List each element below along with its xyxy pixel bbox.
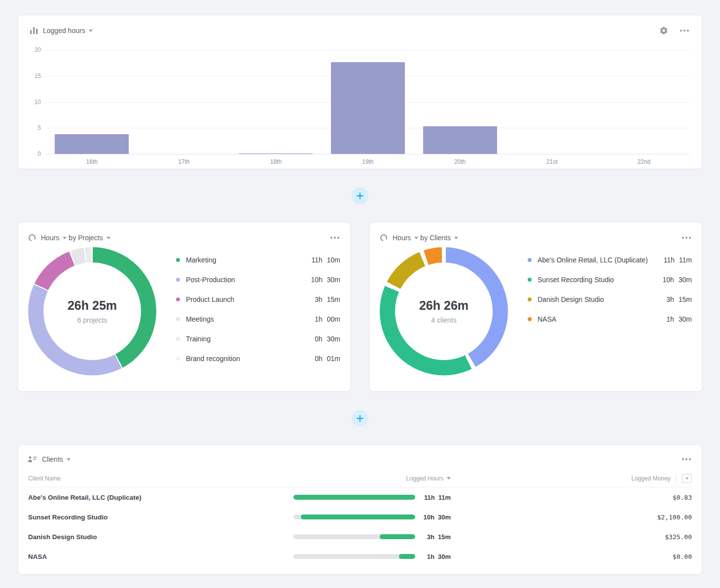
bar-18th[interactable] [239, 153, 313, 154]
hours-progress-track [293, 554, 415, 559]
clients-donut-body: 26h 26m 4 clients Abe's Online Retail, L… [380, 247, 692, 375]
x-axis-label: 18th [230, 158, 322, 165]
logged-money-value: $2,100.00 [657, 514, 692, 521]
legend-time: 0h01m [315, 355, 340, 363]
legend-dot [176, 337, 180, 341]
hours-by-clients-card: Hours by Clients 26h 26m 4 clients [369, 222, 702, 392]
legend-dot [176, 297, 180, 301]
chevron-down-icon [67, 458, 71, 461]
legend-label: Training [186, 335, 211, 343]
more-menu-icon[interactable] [329, 234, 340, 242]
legend-time: 3h15m [315, 295, 340, 303]
measure-label: Hours [393, 234, 411, 242]
total-hours: 26h 25m [68, 298, 117, 313]
logged-hours-header: Logged hours [30, 24, 690, 37]
client-name: Danish Design Studio [28, 533, 293, 541]
more-menu-icon[interactable] [681, 455, 692, 463]
money-options-dropdown[interactable] [682, 474, 692, 483]
dimension-dropdown[interactable]: Clients [430, 234, 458, 242]
sort-caret-icon [447, 477, 451, 479]
table-row: Abe's Online Retail, LLC (Duplicate)11h1… [28, 487, 692, 507]
x-axis-label: 21st [506, 158, 598, 165]
add-row-2 [18, 410, 702, 427]
donut-center: 26h 25m 6 projects [43, 262, 141, 360]
y-axis-tick: 10 [30, 99, 41, 106]
y-axis-tick: 20 [30, 46, 41, 53]
bar-chart-xlabels: 16th17th18th19th20th21st22nd [46, 158, 690, 165]
more-menu-icon[interactable] [679, 27, 690, 35]
measure-label: Hours [41, 234, 59, 242]
col-logged-money: Logged Money | [631, 474, 692, 483]
chevron-down-icon [685, 478, 688, 479]
measure-dropdown[interactable]: Hours [41, 234, 67, 242]
col-client-name: Client Name [28, 475, 293, 482]
plus-icon [357, 192, 363, 199]
hours-progress-track [293, 495, 415, 500]
hours-progress-fill [380, 534, 415, 539]
add-widget-button-1[interactable] [352, 187, 368, 204]
legend-dot [528, 258, 532, 262]
dimension-label: Clients [430, 234, 451, 242]
chevron-down-icon [89, 30, 93, 32]
donut-chart-icon [28, 234, 36, 242]
bar-chart-bars [46, 50, 690, 154]
clients-icon [28, 456, 37, 463]
table-row: NASA1h30m$0.00 [28, 547, 692, 566]
legend-time: 10h30m [662, 276, 692, 284]
legend-label: Post-Production [186, 276, 235, 284]
logged-hours-title-dropdown[interactable]: Logged hours [43, 27, 93, 35]
bar-20th[interactable] [423, 126, 497, 154]
col-logged-hours-label: Logged Hours [406, 475, 443, 482]
y-axis-tick: 5 [30, 124, 41, 131]
legend-label: Brand recognition [186, 355, 240, 363]
logged-money-value: $0.83 [673, 494, 692, 501]
logged-hours-card: Logged hours 20151050 16th17th18th19th20… [18, 15, 702, 169]
total-count: 4 clients [431, 316, 456, 324]
logged-hours-value: 10h30m [424, 514, 451, 521]
chevron-down-icon [107, 237, 110, 239]
col-logged-hours-sort[interactable]: Logged Hours [406, 475, 451, 482]
hours-progress-fill [293, 495, 415, 500]
clients-title-dropdown[interactable]: Clients [42, 455, 71, 463]
hours-progress-track [293, 514, 415, 519]
more-menu-icon[interactable] [681, 234, 692, 242]
legend-item: Meetings1h00m [176, 309, 340, 329]
legend-label: Meetings [186, 315, 214, 323]
clients-table-card: Clients Client Name Logged Hours Logged … [18, 444, 702, 575]
legend-time: 1h30m [666, 315, 692, 323]
measure-dropdown[interactable]: Hours [393, 234, 418, 242]
client-name: Sunset Recording Studio [28, 514, 293, 521]
x-axis-label: 16th [46, 158, 138, 165]
hours-progress-track [293, 534, 415, 539]
plus-icon [357, 415, 363, 422]
bar-column [230, 50, 322, 154]
dimension-dropdown[interactable]: Projects [78, 234, 110, 242]
bar-column [598, 50, 690, 154]
chevron-down-icon [454, 237, 458, 239]
legend-item: Post-Production10h30m [176, 270, 340, 290]
add-widget-button-2[interactable] [352, 410, 368, 427]
projects-donut-body: 26h 25m 6 projects Marketing11h10mPost-P… [28, 247, 340, 375]
clients-chart-header: Hours by Clients [380, 231, 692, 244]
legend-time: 3h15m [666, 295, 692, 303]
bar-column [506, 50, 598, 154]
bar-19th[interactable] [331, 62, 405, 154]
bar-chart-plot: 20151050 [46, 50, 690, 154]
legend-dot [528, 297, 532, 301]
connector-label: by [69, 234, 76, 242]
clients-table-header: Clients [28, 453, 692, 466]
projects-donut[interactable]: 26h 25m 6 projects [28, 247, 156, 375]
connector-label: by [420, 234, 428, 242]
gear-icon[interactable] [659, 26, 668, 35]
bar-column [138, 50, 230, 154]
legend-item: Abe's Online Retail, LLC (Duplicate)11h1… [528, 250, 692, 270]
legend-time: 1h00m [315, 315, 340, 323]
clients-donut[interactable]: 26h 26m 4 clients [380, 247, 508, 375]
legend-item: Danish Design Studio3h15m [528, 290, 692, 309]
bar-16th[interactable] [55, 134, 129, 154]
legend-label: Abe's Online Retail, LLC (Duplicate) [538, 256, 648, 264]
legend-item: NASA1h30m [528, 309, 692, 329]
logged-hours-value: 1h30m [427, 553, 451, 560]
logged-money-value: $325.00 [665, 533, 692, 541]
legend-dot [176, 357, 180, 361]
